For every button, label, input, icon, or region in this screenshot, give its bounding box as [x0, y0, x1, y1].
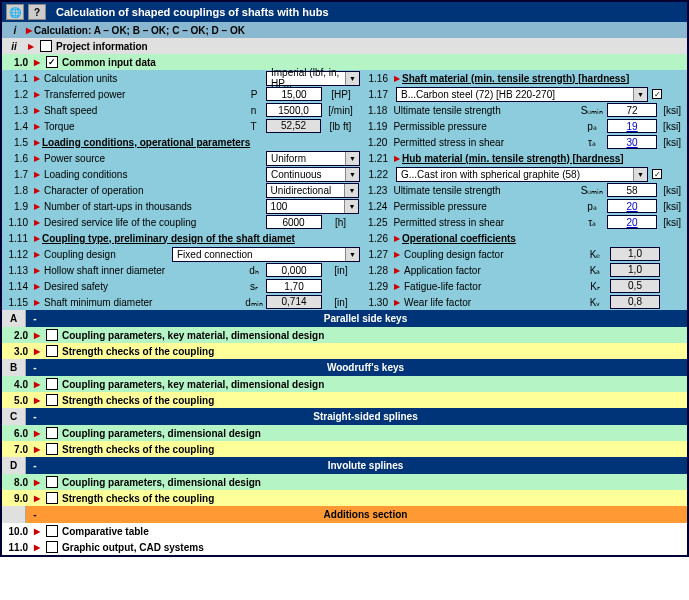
sec-num: 4.0: [2, 379, 32, 390]
section-11: 11.0▶Graphic output, CAD systems: [2, 539, 687, 555]
shaft-mat-checkbox[interactable]: ✓: [652, 89, 662, 99]
help-icon[interactable]: ?: [28, 4, 46, 20]
field-num: 1.17: [360, 89, 392, 100]
hub-mat-checkbox[interactable]: ✓: [652, 169, 662, 179]
hub-material-combo[interactable]: G...Cast iron with spherical graphite (5…: [396, 167, 648, 182]
ie-icon[interactable]: 🌐: [6, 4, 24, 20]
pp-shaft-input[interactable]: [607, 119, 657, 133]
marker-icon: ▶: [34, 543, 40, 552]
sec6-checkbox[interactable]: [46, 427, 58, 439]
app-window: 🌐 ? Calculation of shaped couplings of s…: [0, 0, 689, 557]
sec3-checkbox[interactable]: [46, 345, 58, 357]
chevron-down-icon: ▼: [344, 184, 358, 197]
field-label: Shaft speed: [42, 105, 242, 116]
marker-icon: ▶: [394, 282, 400, 291]
field-num: 1.1: [2, 73, 32, 84]
field-label: Permissible pressure: [391, 121, 577, 132]
sec11-checkbox[interactable]: [46, 541, 58, 553]
char-op-combo[interactable]: Unidirectional▼: [266, 183, 360, 198]
field-label: Permissible pressure: [391, 201, 577, 212]
sec2-checkbox[interactable]: [46, 329, 58, 341]
section-2: 2.0▶Coupling parameters, key material, d…: [2, 327, 687, 343]
shear-hub-input[interactable]: [607, 215, 657, 229]
proj-info-checkbox[interactable]: [40, 40, 52, 52]
uts-shaft-input[interactable]: [607, 103, 657, 117]
sec-title: Strength checks of the coupling: [62, 444, 214, 455]
marker-icon: ▶: [34, 266, 40, 275]
field-num: 1.26: [360, 233, 392, 244]
row-1-3: 1.3 ▶ Shaft speed n [/min] 1.18 Ultimate…: [2, 102, 687, 118]
sec10-checkbox[interactable]: [46, 525, 58, 537]
sec4-checkbox[interactable]: [46, 378, 58, 390]
field-num: 1.15: [2, 297, 32, 308]
category-d: D - Involute splines: [2, 457, 687, 474]
startups-combo[interactable]: 100▼: [266, 199, 360, 214]
field-sym: Kₑ: [580, 249, 610, 260]
title-bar: 🌐 ? Calculation of shaped couplings of s…: [2, 2, 687, 22]
power-source-combo[interactable]: Uniform▼: [266, 151, 360, 166]
shaft-material-combo[interactable]: B...Carbon steel (72) [HB 220-270]▼: [396, 87, 648, 102]
sec7-checkbox[interactable]: [46, 443, 58, 455]
coef-value: 1,0: [610, 263, 660, 277]
hollow-dia-input[interactable]: [266, 263, 322, 277]
cat-dash: -: [26, 509, 44, 520]
field-num: 1.28: [360, 265, 392, 276]
sec9-checkbox[interactable]: [46, 492, 58, 504]
chevron-down-icon: ▼: [345, 248, 359, 261]
sec8-checkbox[interactable]: [46, 476, 58, 488]
combo-value: 100: [271, 201, 288, 212]
loading-cond-combo[interactable]: Continuous▼: [266, 167, 360, 182]
sec-num: 10.0: [2, 526, 32, 537]
category-additions: - Additions section: [2, 506, 687, 523]
marker-icon: ▶: [34, 282, 40, 291]
chevron-down-icon: ▼: [633, 168, 647, 181]
chevron-down-icon: ▼: [633, 88, 647, 101]
field-num: 1.27: [360, 249, 392, 260]
field-num: 1.3: [2, 105, 32, 116]
coupling-design-combo[interactable]: Fixed connection▼: [172, 247, 360, 262]
cat-dash: -: [26, 362, 44, 373]
uts-hub-input[interactable]: [607, 183, 657, 197]
sec-num: 9.0: [2, 493, 32, 504]
field-num: 1.5: [2, 137, 32, 148]
section-9: 9.0▶Strength checks of the coupling: [2, 490, 687, 506]
field-num: 1.20: [359, 137, 391, 148]
field-unit: [in]: [322, 265, 360, 276]
pp-hub-input[interactable]: [607, 199, 657, 213]
safety-input[interactable]: [266, 279, 322, 293]
marker-icon: ▶: [34, 122, 40, 131]
marker-icon: ▶: [34, 250, 40, 259]
field-sym: P: [242, 89, 266, 100]
field-sym: Sᵤₘᵢₙ: [577, 105, 607, 116]
cat-title: Involute splines: [44, 460, 687, 471]
combo-value: Unidirectional: [271, 185, 332, 196]
speed-input[interactable]: [266, 103, 322, 117]
shear-shaft-input[interactable]: [607, 135, 657, 149]
marker-icon: ▶: [34, 74, 40, 83]
sec5-checkbox[interactable]: [46, 394, 58, 406]
coef-value: 0,8: [610, 295, 660, 309]
field-num: 1.10: [2, 217, 32, 228]
proj-info-label: Project information: [56, 41, 148, 52]
field-unit: [in]: [322, 297, 360, 308]
cat-dash: -: [26, 460, 44, 471]
status-row: i ▶ Calculation: A – OK; B – OK; C – OK;…: [2, 22, 687, 38]
coef-value: 0,5: [610, 279, 660, 293]
sec1-checkbox[interactable]: ✓: [46, 56, 58, 68]
cat-title: Additions section: [44, 509, 687, 520]
sec-title: Strength checks of the coupling: [62, 346, 214, 357]
field-num: 1.14: [2, 281, 32, 292]
sec-num: 2.0: [2, 330, 32, 341]
row-1-14: 1.14 ▶ Desired safety sᵣ 1.29 ▶ Fatigue-…: [2, 278, 687, 294]
service-life-input[interactable]: [266, 215, 322, 229]
power-input[interactable]: [266, 87, 322, 101]
marker-icon: ▶: [34, 58, 40, 67]
field-num: 1.6: [2, 153, 32, 164]
marker-icon: ▶: [34, 331, 40, 340]
cat-letter: C: [2, 408, 26, 425]
field-num: 1.12: [2, 249, 32, 260]
section-6: 6.0▶Coupling parameters, dimensional des…: [2, 425, 687, 441]
chevron-down-icon: ▼: [345, 72, 359, 85]
section-4: 4.0▶Coupling parameters, key material, d…: [2, 376, 687, 392]
units-combo[interactable]: Imperial (lbf, in, HP...▼: [266, 71, 360, 86]
